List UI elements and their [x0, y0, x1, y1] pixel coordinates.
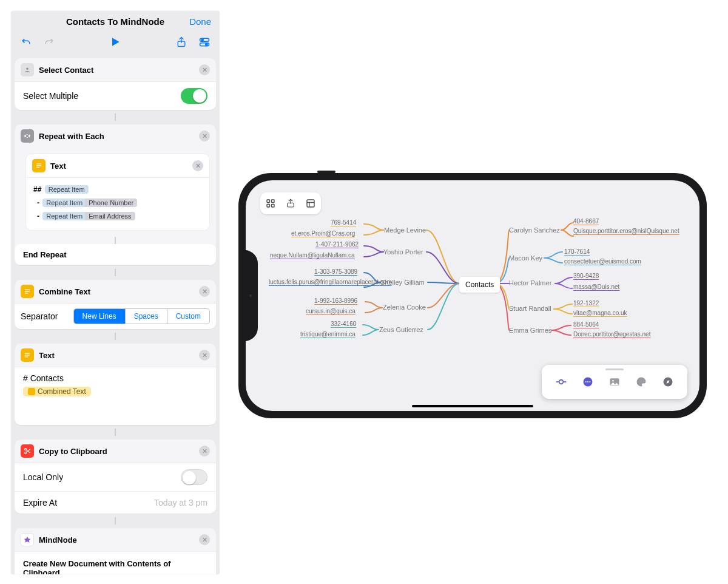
action-text: Text ✕ # Contacts Combined Text	[15, 344, 216, 425]
mindmap-node[interactable]: Zelenia Cooke	[383, 304, 426, 311]
svg-rect-7	[36, 165, 41, 166]
svg-point-31	[589, 381, 590, 382]
segment-custom[interactable]: Custom	[167, 309, 209, 324]
gear-icon	[21, 129, 34, 143]
phone-number-token[interactable]: Phone Number	[85, 199, 137, 207]
row-label: Separator	[21, 311, 58, 321]
svg-rect-8	[36, 167, 39, 168]
drag-handle-icon[interactable]	[605, 368, 624, 370]
close-icon[interactable]: ✕	[199, 446, 210, 457]
separator-segmented: New Lines Spaces Custom	[73, 308, 210, 324]
text-content: # Contacts	[23, 373, 207, 383]
row-local-only: Local Only	[15, 463, 216, 491]
action-mindnode: MindNode ✕ Create New Document with Cont…	[15, 528, 216, 574]
local-only-toggle[interactable]	[181, 469, 207, 485]
mindmap-node[interactable]: Medge Levine	[384, 226, 426, 234]
mindmap-leaf-email[interactable]: consectetuer@euismod.com	[564, 258, 641, 265]
mindmap-node[interactable]: Stuart Randall	[509, 305, 551, 312]
mindmap-node[interactable]: Zeus Gutierrez	[379, 326, 423, 333]
mindmap-node[interactable]: Emma Grimes	[509, 327, 551, 334]
close-icon[interactable]: ✕	[199, 350, 210, 361]
mindmap-node[interactable]: Carolyn Sanchez	[509, 226, 560, 234]
action-title: Repeat with Each	[39, 132, 194, 141]
segment-new-lines[interactable]: New Lines	[74, 309, 125, 324]
text-icon	[21, 285, 34, 298]
select-multiple-toggle[interactable]	[181, 88, 207, 104]
mindmap-leaf-email[interactable]: Donec.porttitor@egestas.net	[573, 331, 650, 338]
svg-rect-13	[25, 355, 30, 355]
text-icon	[21, 348, 34, 362]
center-node[interactable]: Contacts	[459, 277, 500, 293]
mindmap-node[interactable]: Yoshio Porter	[383, 248, 423, 256]
text-field[interactable]: # Contacts Combined Text	[15, 367, 216, 425]
mindnode-app-icon	[21, 533, 34, 546]
undo-icon[interactable]	[19, 35, 33, 49]
contacts-app-icon	[21, 63, 34, 76]
mindmap-leaf-email[interactable]: Quisque.porttitor.eros@nislQuisque.net	[573, 228, 679, 234]
mindmap-leaf-email[interactable]: et.eros.Proin@Cras.org	[291, 230, 355, 237]
image-icon[interactable]	[608, 376, 621, 388]
action-title: Copy to Clipboard	[39, 447, 194, 456]
combined-text-token[interactable]: Combined Text	[23, 387, 91, 396]
settings-toggle-icon[interactable]	[198, 35, 211, 49]
palette-icon[interactable]	[635, 376, 647, 388]
segment-spaces[interactable]: Spaces	[125, 309, 167, 324]
email-address-token[interactable]: Email Address	[85, 212, 135, 220]
iphone-mockup: Contacts Medge Levine769-5414et.eros.Pro…	[238, 173, 707, 418]
shortcut-toolbar	[11, 32, 220, 56]
close-icon[interactable]: ✕	[192, 160, 203, 171]
close-icon[interactable]: ✕	[199, 286, 210, 297]
share-icon[interactable]	[175, 35, 188, 49]
svg-rect-11	[25, 293, 28, 293]
text-icon	[32, 159, 46, 172]
svg-point-2	[201, 39, 203, 41]
mindmap-leaf-email[interactable]: cursus.in@quis.ca	[306, 308, 356, 314]
repeat-item-token[interactable]: Repeat Item	[42, 212, 86, 220]
more-icon[interactable]	[582, 376, 594, 388]
action-select-contact: Select Contact ✕ Select Multiple	[15, 58, 216, 110]
row-expire-at[interactable]: Expire At Today at 3 pm	[15, 491, 216, 514]
shortcuts-panel: Contacts To MindNode Done	[11, 11, 220, 574]
compass-icon[interactable]	[662, 376, 674, 388]
mindmap-leaf-email[interactable]: luctus.felis.purus@fringillaornareplacer…	[269, 279, 366, 285]
svg-point-30	[587, 381, 588, 382]
repeat-item-token[interactable]: Repeat Item	[45, 185, 89, 194]
action-copy-clipboard: Copy to Clipboard ✕ Local Only Expire At…	[15, 440, 216, 514]
end-repeat: End Repeat	[15, 244, 216, 265]
close-icon[interactable]: ✕	[199, 534, 210, 545]
action-title: Select Contact	[39, 66, 194, 75]
text-body[interactable]: ## Repeat Item - Repeat ItemPhone Number…	[26, 178, 209, 230]
mindmap-leaf-email[interactable]: tristique@enimmi.ca	[300, 331, 356, 338]
mindmap-leaf-phone[interactable]: 884-5064	[573, 321, 599, 328]
mindmap-leaf-phone[interactable]: 769-5414	[331, 219, 356, 226]
expire-value: Today at 3 pm	[154, 498, 207, 508]
done-button[interactable]: Done	[189, 16, 211, 27]
close-icon[interactable]: ✕	[199, 64, 210, 75]
mindmap-leaf-phone[interactable]: 390-9428	[573, 273, 599, 279]
mindmap-node[interactable]: Hector Palmer	[509, 279, 551, 287]
svg-point-16	[25, 452, 27, 453]
focus-icon[interactable]	[555, 376, 567, 388]
mindmap-leaf-phone[interactable]: 332-4160	[331, 321, 356, 327]
play-icon[interactable]	[109, 35, 122, 49]
repeat-item-token[interactable]: Repeat Item	[42, 199, 86, 207]
close-icon[interactable]: ✕	[199, 131, 210, 141]
mindmap-leaf-email[interactable]: vitae@magna.co.uk	[573, 310, 627, 316]
mindmap-leaf-phone[interactable]: 170-7614	[564, 248, 590, 255]
svg-rect-14	[25, 356, 28, 357]
mindmap-leaf-email[interactable]: neque.Nullam@ligulaNullam.ca	[270, 252, 355, 259]
mindmap-leaf-phone[interactable]: 192-1322	[573, 300, 599, 307]
svg-point-4	[206, 44, 207, 46]
mindmap-node[interactable]: Macon Key	[509, 254, 542, 262]
mindnode-inspector	[542, 365, 687, 399]
mindmap-leaf-phone[interactable]: 1-303-975-3089	[314, 268, 357, 275]
svg-point-5	[26, 68, 29, 70]
action-title: Combine Text	[39, 287, 194, 296]
mindmap-leaf-email[interactable]: massa@Duis.net	[573, 284, 619, 290]
mindmap-leaf-phone[interactable]: 1-992-163-8996	[314, 297, 357, 304]
row-label: Select Multiple	[23, 91, 78, 101]
svg-point-15	[25, 449, 27, 450]
row-label: Expire At	[23, 498, 57, 508]
mindmap-leaf-phone[interactable]: 404-8667	[573, 218, 599, 225]
mindmap-leaf-phone[interactable]: 1-407-211-9062	[315, 241, 359, 248]
